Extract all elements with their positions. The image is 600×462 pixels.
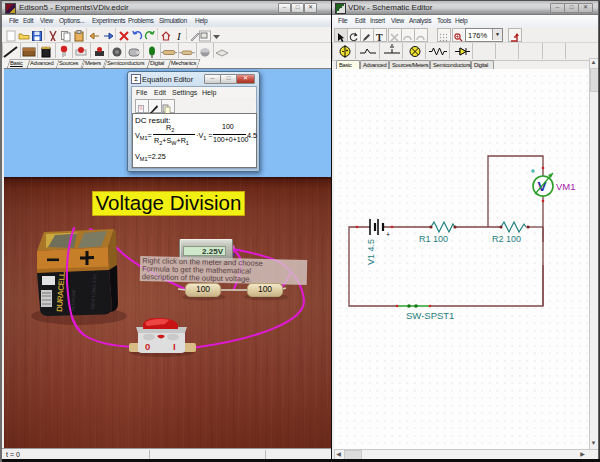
svg-text:R1 100: R1 100 xyxy=(419,234,448,244)
svg-text:+: + xyxy=(386,231,390,238)
svg-text:T: T xyxy=(376,32,383,43)
svg-text:SW-SPST1: SW-SPST1 xyxy=(406,310,454,321)
svg-text:R2 100: R2 100 xyxy=(492,234,521,244)
svg-text:I: I xyxy=(173,341,176,352)
svg-text:0: 0 xyxy=(145,341,150,352)
svg-text:I: I xyxy=(176,30,182,42)
svg-text:VM1: VM1 xyxy=(556,181,576,192)
svg-text:V1 4.5: V1 4.5 xyxy=(366,239,376,265)
